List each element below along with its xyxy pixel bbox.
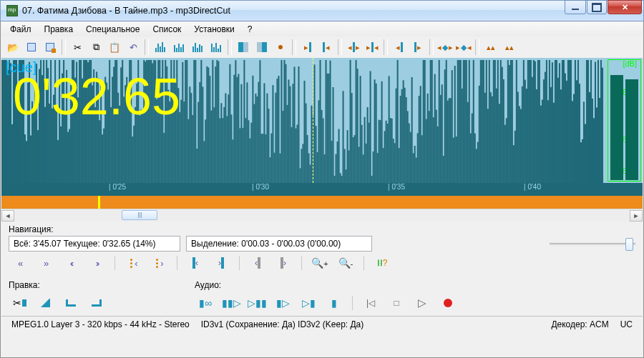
nudge-left-button[interactable]: ▴▴ xyxy=(482,39,499,56)
position-slider[interactable] xyxy=(550,236,635,252)
save-selection-button[interactable] xyxy=(42,39,59,56)
edit-fade-button[interactable] xyxy=(34,294,56,312)
menu-special[interactable]: Специальное xyxy=(80,23,145,36)
move-left-button[interactable]: ◂ xyxy=(391,39,408,56)
rewind-button[interactable]: |◁ xyxy=(360,294,381,312)
svg-rect-160 xyxy=(229,64,230,183)
play-after-button[interactable]: ▷▮ xyxy=(298,294,319,312)
expand-button[interactable]: ◂◆▸ xyxy=(436,39,454,56)
edit-cut-button[interactable]: ✂ xyxy=(9,294,30,312)
svg-rect-170 xyxy=(243,60,245,183)
nav-forward-button[interactable]: ›› xyxy=(86,254,107,272)
svg-rect-281 xyxy=(403,80,404,183)
svg-rect-1 xyxy=(1,60,3,183)
svg-rect-6 xyxy=(9,60,10,183)
minimize-button[interactable] xyxy=(565,0,586,14)
svg-rect-416 xyxy=(596,107,597,183)
wave1-button[interactable] xyxy=(152,39,169,56)
goto-sel-start-button[interactable]: ‹ xyxy=(185,254,206,272)
wave3-button[interactable] xyxy=(189,39,206,56)
svg-rect-328 xyxy=(470,134,472,183)
cut-button[interactable]: ✂ xyxy=(69,39,86,56)
scroll-right-button[interactable]: ► xyxy=(630,210,643,222)
time-ruler[interactable]: | 0'25 | 0'30 | 0'35 | 0'40 xyxy=(1,183,643,196)
play-button[interactable]: ▷ xyxy=(411,294,433,312)
shift-out-left[interactable]: ▸◂ xyxy=(364,39,381,56)
play-from-button[interactable]: ▮▮▷ xyxy=(220,294,242,312)
shift-in-left[interactable]: ◂▸ xyxy=(345,39,362,56)
zoom-out-button[interactable]: 🔍- xyxy=(335,254,356,272)
scroll-left-button[interactable]: ◄ xyxy=(1,210,14,222)
selection-field[interactable]: Выделение: 0'00.03 - 0'00.03 (0'00.00) xyxy=(186,236,372,252)
scroll-thumb[interactable] xyxy=(122,210,157,220)
horizontal-scrollbar[interactable]: ◄ ► xyxy=(1,209,643,222)
overview-bar[interactable] xyxy=(1,196,643,209)
scroll-track[interactable] xyxy=(14,210,630,222)
copy-button[interactable]: ⧉ xyxy=(87,39,104,56)
waveform-display[interactable]: [cue] 0'32.65 xyxy=(1,58,603,183)
zoom-in-button[interactable]: 🔍+ xyxy=(309,254,331,272)
svg-rect-406 xyxy=(582,139,583,183)
svg-rect-377 xyxy=(540,106,542,183)
svg-rect-131 xyxy=(187,119,189,183)
svg-rect-392 xyxy=(562,60,563,183)
app-icon xyxy=(6,5,18,16)
stop-button[interactable]: □ xyxy=(386,294,407,312)
svg-rect-219 xyxy=(314,64,316,183)
contract-button[interactable]: ▸◆◂ xyxy=(455,39,472,56)
edit-normalize-button[interactable] xyxy=(86,294,107,312)
undo-button[interactable]: ↶ xyxy=(125,39,142,56)
play-sel-button[interactable]: ▷▮▮ xyxy=(246,294,268,312)
menu-help[interactable]: ? xyxy=(242,23,258,36)
menu-list[interactable]: Список xyxy=(147,23,187,36)
close-button[interactable] xyxy=(608,0,642,14)
cue-menu-button[interactable]: ‹ xyxy=(122,254,144,272)
total-current-field[interactable]: Всё: 3'45.07 Текущее: 0'32.65 (14%) xyxy=(9,236,180,252)
next-edit-button[interactable]: › xyxy=(273,254,294,272)
edit-gain-button[interactable] xyxy=(60,294,82,312)
svg-rect-404 xyxy=(579,84,580,183)
svg-rect-211 xyxy=(303,144,304,183)
nav-rewind-button[interactable]: ‹‹ xyxy=(60,254,82,272)
wave4-button[interactable] xyxy=(208,39,225,56)
record-button[interactable] xyxy=(437,294,459,312)
svg-rect-411 xyxy=(589,92,590,183)
save-button[interactable] xyxy=(23,39,40,56)
menu-settings[interactable]: Установки xyxy=(188,23,240,36)
svg-rect-306 xyxy=(439,60,440,183)
svg-rect-48 xyxy=(69,129,70,183)
cue-next-button[interactable]: › xyxy=(148,254,170,272)
svg-rect-348 xyxy=(499,104,500,183)
play-to-button[interactable]: ▮▷ xyxy=(272,294,293,312)
open-button[interactable]: 📂 xyxy=(4,39,21,56)
svg-rect-199 xyxy=(285,64,286,183)
svg-rect-247 xyxy=(354,135,356,183)
menu-file[interactable]: Файл xyxy=(4,23,37,36)
maximize-button[interactable] xyxy=(587,0,607,14)
svg-rect-270 xyxy=(387,124,389,183)
svg-rect-167 xyxy=(239,128,240,183)
nudge-right-button[interactable]: ▴▴ xyxy=(501,39,518,56)
loop-button[interactable]: ▮∞ xyxy=(195,294,216,312)
play-cue-button[interactable]: ▮ xyxy=(323,294,345,312)
region-right-button[interactable] xyxy=(253,39,270,56)
nav-first-button[interactable]: « xyxy=(9,254,30,272)
mark-in-button[interactable]: ▸ xyxy=(299,39,316,56)
menu-edit[interactable]: Правка xyxy=(39,23,79,36)
paste-button[interactable]: 📋 xyxy=(106,39,123,56)
svg-rect-343 xyxy=(492,96,493,183)
goto-sel-end-button[interactable]: › xyxy=(210,254,232,272)
svg-rect-231 xyxy=(331,141,333,183)
prev-edit-button[interactable]: ‹ xyxy=(247,254,268,272)
region-left-button[interactable] xyxy=(235,39,252,56)
split-button[interactable]: ⁞⁞? xyxy=(371,254,393,272)
mark-out-button[interactable]: ◂ xyxy=(318,39,335,56)
move-right-button[interactable]: ▸ xyxy=(409,39,426,56)
wave2-button[interactable] xyxy=(170,39,187,56)
svg-rect-144 xyxy=(206,66,208,183)
svg-rect-207 xyxy=(296,125,298,183)
svg-rect-336 xyxy=(482,60,483,183)
region-dot-button[interactable] xyxy=(272,39,289,56)
nav-last-button[interactable]: » xyxy=(34,254,56,272)
svg-rect-17 xyxy=(24,134,26,183)
